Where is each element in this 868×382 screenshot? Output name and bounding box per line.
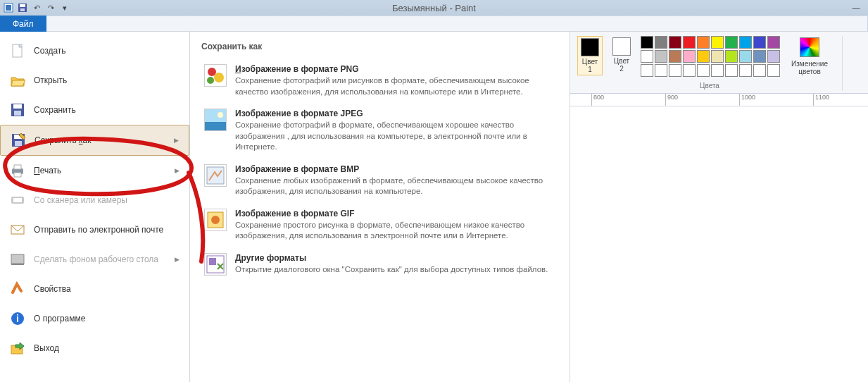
color-swatch-empty[interactable] — [753, 64, 766, 77]
new-icon — [10, 43, 25, 58]
qat-save-icon[interactable] — [17, 2, 28, 13]
file-menu: СоздатьОткрытьСохранитьСохранить как▶Печ… — [0, 32, 190, 382]
svg-point-33 — [211, 216, 220, 224]
props-icon — [10, 281, 25, 297]
color-swatch[interactable] — [725, 36, 738, 49]
color-swatch[interactable] — [641, 50, 653, 63]
saveas-jpeg[interactable]: Изображение в формате JPEGСохранение фот… — [201, 103, 558, 159]
rainbow-icon — [800, 37, 819, 57]
open-icon — [10, 73, 25, 88]
filemenu-save[interactable]: Сохранить — [0, 95, 189, 125]
window-controls: — — [847, 1, 868, 14]
svg-rect-1 — [6, 5, 11, 11]
filemenu-new[interactable]: Создать — [0, 36, 189, 66]
filemenu-about[interactable]: iО программе — [0, 304, 189, 333]
horizontal-ruler: 80090010001100 — [570, 94, 868, 106]
saveas-other[interactable]: Другие форматыОткрытие диалогового окна … — [201, 247, 558, 281]
color-swatch[interactable] — [697, 50, 710, 63]
about-icon: i — [10, 311, 25, 326]
color-swatch-empty[interactable] — [641, 64, 653, 77]
color-swatch[interactable] — [669, 36, 681, 49]
saveas-gif-label: Изображение в формате GIF — [235, 209, 555, 218]
jpeg-format-icon — [204, 109, 227, 131]
filemenu-wallpaper-label: Сделать фоном рабочего стола — [34, 254, 158, 264]
color-swatch[interactable] — [711, 36, 724, 49]
quick-access-toolbar: ↶ ↷ ▾ — [0, 2, 70, 13]
color-1-swatch — [581, 38, 599, 56]
save-icon — [10, 102, 25, 118]
bmp-format-icon — [204, 164, 227, 187]
saveas-jpeg-desc: Сохранение фотографий в формате, обеспеч… — [235, 120, 555, 153]
scanner-icon — [10, 192, 25, 208]
saveas-bmp-desc: Сохранение любых изображений в формате, … — [235, 175, 555, 197]
saveas-bmp[interactable]: Изображение в формате BMPСохранение любы… — [201, 159, 558, 203]
filemenu-exit[interactable]: Выход — [0, 333, 189, 363]
color-swatch[interactable] — [739, 36, 752, 49]
qat-redo-icon[interactable]: ↷ — [45, 2, 56, 13]
saveas-png[interactable]: Изображение в формате PNGСохранение фото… — [201, 58, 558, 103]
color-swatch[interactable] — [641, 36, 653, 49]
saveas-gif-desc: Сохранение простого рисунка в формате, о… — [235, 220, 555, 242]
gif-format-icon — [204, 209, 227, 231]
color-swatch[interactable] — [767, 50, 780, 63]
color-swatch[interactable] — [683, 50, 696, 63]
qat-customize-icon[interactable]: ▾ — [59, 2, 70, 13]
color-swatch[interactable] — [669, 50, 681, 63]
qat-paint-icon[interactable] — [3, 2, 14, 13]
color-2-selector[interactable]: Цвет 2 — [610, 36, 634, 74]
submenu-arrow-icon: ▶ — [175, 167, 180, 174]
minimize-button[interactable]: — — [847, 1, 865, 14]
color-swatch-empty[interactable] — [683, 64, 696, 77]
colors-group-label: Цвета — [700, 82, 719, 90]
color-swatch-empty[interactable] — [669, 64, 681, 77]
right-area: Цвет 1 Цвет 2 Изменение цветов Цвета 800… — [570, 32, 868, 382]
filemenu-open[interactable]: Открыть — [0, 66, 189, 95]
color-swatch-empty[interactable] — [739, 64, 752, 77]
color-swatch-empty[interactable] — [767, 64, 780, 77]
canvas-area[interactable] — [570, 106, 868, 382]
color-swatch[interactable] — [683, 36, 696, 49]
color-swatch[interactable] — [711, 50, 724, 63]
filemenu-email-label: Отправить по электронной почте — [34, 225, 163, 235]
filemenu-print-label: Печать — [34, 166, 61, 175]
filemenu-open-label: Открыть — [34, 75, 67, 85]
qat-undo-icon[interactable]: ↶ — [31, 2, 42, 13]
color-swatch[interactable] — [753, 36, 766, 49]
ruler-tick: 1100 — [813, 94, 829, 106]
saveas-other-label: Другие форматы — [235, 253, 555, 263]
filemenu-exit-label: Выход — [34, 343, 59, 353]
svg-text:i: i — [16, 313, 19, 324]
color-1-selector[interactable]: Цвет 1 — [577, 36, 603, 75]
ribbon-empty — [46, 16, 868, 32]
filemenu-saveas[interactable]: Сохранить как▶ — [0, 125, 189, 156]
filemenu-print[interactable]: Печать▶ — [0, 156, 189, 185]
saveas-other-desc: Открытие диалогового окна "Сохранить как… — [235, 264, 555, 276]
color-1-label: Цвет 1 — [582, 58, 598, 73]
color-swatch-empty[interactable] — [697, 64, 710, 77]
ruler-tick: 1000 — [739, 94, 755, 106]
color-swatch[interactable] — [739, 50, 752, 63]
color-swatch[interactable] — [753, 50, 766, 63]
svg-rect-19 — [11, 264, 24, 265]
color-swatch-empty[interactable] — [711, 64, 724, 77]
color-swatch[interactable] — [655, 50, 667, 63]
filemenu-email[interactable]: Отправить по электронной почте — [0, 215, 189, 245]
saveas-png-label: Изображение в формате PNG — [235, 64, 555, 74]
svg-rect-14 — [14, 173, 21, 177]
saveas-gif[interactable]: Изображение в формате GIFСохранение прос… — [201, 203, 558, 247]
saveas-bmp-label: Изображение в формате BMP — [235, 164, 555, 174]
color-swatch[interactable] — [725, 50, 738, 63]
ribbon-tabs: Файл — [0, 16, 868, 32]
color-2-label: Цвет 2 — [614, 57, 629, 73]
color-swatch-empty[interactable] — [655, 64, 667, 77]
filemenu-props[interactable]: Свойства — [0, 274, 189, 304]
color-swatch[interactable] — [655, 36, 667, 49]
color-swatch[interactable] — [697, 36, 710, 49]
color-swatch-empty[interactable] — [725, 64, 738, 77]
svg-rect-30 — [207, 167, 224, 184]
svg-rect-3 — [20, 4, 25, 7]
edit-colors-button[interactable]: Изменение цветов — [787, 36, 832, 77]
file-tab[interactable]: Файл — [0, 16, 46, 32]
wallpaper-icon — [10, 252, 25, 267]
color-swatch[interactable] — [767, 36, 780, 49]
